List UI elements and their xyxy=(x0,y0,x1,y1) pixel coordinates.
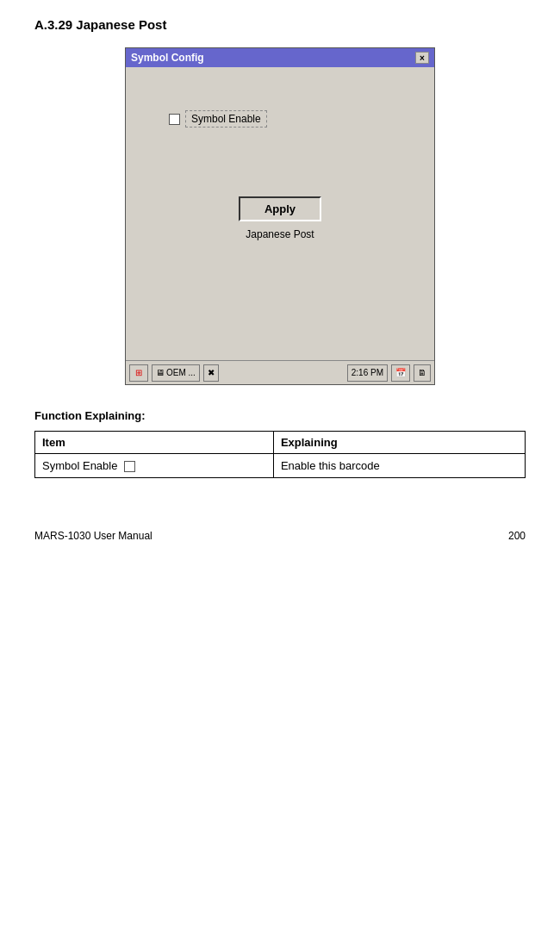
signal-taskbar-item[interactable]: ✖ xyxy=(203,364,219,382)
footer: MARS-1030 User Manual 200 xyxy=(34,478,526,542)
apply-button[interactable]: Apply xyxy=(239,196,321,221)
col1-header: Item xyxy=(35,432,274,454)
footer-left: MARS-1030 User Manual xyxy=(34,530,152,542)
oem-icon: 🖥 xyxy=(156,368,165,377)
taskbar-extra2[interactable]: 🗎 xyxy=(414,364,431,382)
signal-icon: ✖ xyxy=(208,368,215,377)
taskbar-time: 2:16 PM xyxy=(347,364,388,382)
taskbar-extra1[interactable]: 📅 xyxy=(391,364,410,382)
oem-label: OEM ... xyxy=(166,368,196,377)
explain-table: Item Explaining Symbol Enable Enable thi… xyxy=(34,431,526,478)
window-body: Symbol Enable Apply Japanese Post xyxy=(126,67,434,360)
copy-icon: 🗎 xyxy=(418,368,426,377)
calendar-icon: 📅 xyxy=(395,368,406,377)
time-label: 2:16 PM xyxy=(352,368,383,377)
windows-logo-icon: ⊞ xyxy=(135,368,142,377)
col2-header: Explaining xyxy=(273,432,525,454)
table-row: Symbol Enable Enable this barcode xyxy=(35,454,526,478)
close-button[interactable]: × xyxy=(415,52,429,64)
start-button[interactable]: ⊞ xyxy=(129,364,148,382)
page-title: A.3.29 Japanese Post xyxy=(34,17,526,32)
footer-right: 200 xyxy=(508,530,526,542)
function-section: Function Explaining: Item Explaining Sym… xyxy=(34,409,526,478)
function-title: Function Explaining: xyxy=(34,409,526,422)
explaining-cell: Enable this barcode xyxy=(273,454,525,478)
oem-taskbar-item[interactable]: 🖥 OEM ... xyxy=(152,364,200,382)
symbol-enable-label: Symbol Enable xyxy=(185,110,267,128)
taskbar: ⊞ 🖥 OEM ... ✖ 2:16 PM 📅 🗎 xyxy=(126,360,434,384)
screenshot-container: Symbol Config × Symbol Enable Apply Japa… xyxy=(34,47,526,385)
title-bar: Symbol Config × xyxy=(126,48,434,67)
window-footer-label: Japanese Post xyxy=(246,228,314,240)
checkbox-row: Symbol Enable xyxy=(169,110,267,128)
device-window: Symbol Config × Symbol Enable Apply Japa… xyxy=(125,47,435,385)
item-cell: Symbol Enable xyxy=(35,454,274,478)
window-title: Symbol Config xyxy=(131,52,204,64)
item-checkbox[interactable] xyxy=(124,461,135,472)
symbol-enable-checkbox[interactable] xyxy=(169,114,180,125)
